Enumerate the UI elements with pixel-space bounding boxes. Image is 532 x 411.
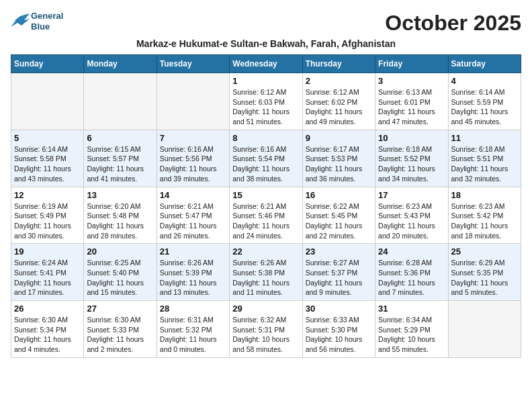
calendar-cell: 10Sunrise: 6:18 AM Sunset: 5:52 PM Dayli… xyxy=(375,130,448,187)
calendar-cell: 18Sunrise: 6:23 AM Sunset: 5:42 PM Dayli… xyxy=(448,187,521,244)
day-info: Sunrise: 6:16 AM Sunset: 5:56 PM Dayligh… xyxy=(160,144,226,184)
day-info: Sunrise: 6:22 AM Sunset: 5:45 PM Dayligh… xyxy=(306,201,372,241)
calendar-cell: 22Sunrise: 6:26 AM Sunset: 5:38 PM Dayli… xyxy=(230,244,302,301)
day-info: Sunrise: 6:32 AM Sunset: 5:31 PM Dayligh… xyxy=(232,315,299,355)
day-info: Sunrise: 6:34 AM Sunset: 5:29 PM Dayligh… xyxy=(378,315,445,355)
calendar-cell: 23Sunrise: 6:27 AM Sunset: 5:37 PM Dayli… xyxy=(302,244,375,301)
day-info: Sunrise: 6:18 AM Sunset: 5:51 PM Dayligh… xyxy=(451,144,518,184)
calendar-week-row: 12Sunrise: 6:19 AM Sunset: 5:49 PM Dayli… xyxy=(11,187,521,244)
calendar-cell: 26Sunrise: 6:30 AM Sunset: 5:34 PM Dayli… xyxy=(11,301,84,358)
column-header-tuesday: Tuesday xyxy=(157,55,229,73)
calendar-cell: 8Sunrise: 6:16 AM Sunset: 5:54 PM Daylig… xyxy=(230,130,302,187)
calendar-cell: 20Sunrise: 6:25 AM Sunset: 5:40 PM Dayli… xyxy=(84,244,157,301)
day-number: 21 xyxy=(160,246,226,257)
column-header-saturday: Saturday xyxy=(448,55,521,73)
calendar-cell xyxy=(157,73,229,130)
logo-icon xyxy=(11,13,30,30)
column-header-thursday: Thursday xyxy=(302,55,375,73)
day-info: Sunrise: 6:28 AM Sunset: 5:36 PM Dayligh… xyxy=(378,258,445,298)
day-number: 22 xyxy=(232,246,299,257)
day-info: Sunrise: 6:20 AM Sunset: 5:48 PM Dayligh… xyxy=(87,201,153,241)
day-number: 7 xyxy=(160,133,226,143)
day-info: Sunrise: 6:12 AM Sunset: 6:03 PM Dayligh… xyxy=(232,87,299,127)
day-info: Sunrise: 6:23 AM Sunset: 5:43 PM Dayligh… xyxy=(378,201,445,241)
column-header-friday: Friday xyxy=(375,55,448,73)
day-number: 27 xyxy=(87,304,153,314)
calendar-cell: 4Sunrise: 6:14 AM Sunset: 5:59 PM Daylig… xyxy=(448,73,521,130)
logo-text: General Blue xyxy=(31,11,63,32)
column-header-monday: Monday xyxy=(84,55,157,73)
calendar-cell: 3Sunrise: 6:13 AM Sunset: 6:01 PM Daylig… xyxy=(375,73,448,130)
column-header-sunday: Sunday xyxy=(11,55,84,73)
day-info: Sunrise: 6:25 AM Sunset: 5:40 PM Dayligh… xyxy=(87,258,153,298)
day-number: 11 xyxy=(451,133,518,143)
day-number: 29 xyxy=(232,304,299,314)
calendar-cell: 25Sunrise: 6:29 AM Sunset: 5:35 PM Dayli… xyxy=(448,244,521,301)
day-info: Sunrise: 6:17 AM Sunset: 5:53 PM Dayligh… xyxy=(306,144,372,184)
day-info: Sunrise: 6:16 AM Sunset: 5:54 PM Dayligh… xyxy=(232,144,299,184)
calendar-cell xyxy=(84,73,157,130)
day-number: 19 xyxy=(14,246,81,257)
day-number: 5 xyxy=(14,133,81,143)
day-info: Sunrise: 6:14 AM Sunset: 5:58 PM Dayligh… xyxy=(14,144,81,184)
day-info: Sunrise: 6:12 AM Sunset: 6:02 PM Dayligh… xyxy=(306,87,372,127)
day-number: 6 xyxy=(87,133,153,143)
calendar-cell: 9Sunrise: 6:17 AM Sunset: 5:53 PM Daylig… xyxy=(302,130,375,187)
day-info: Sunrise: 6:14 AM Sunset: 5:59 PM Dayligh… xyxy=(451,87,518,127)
calendar-cell: 24Sunrise: 6:28 AM Sunset: 5:36 PM Dayli… xyxy=(375,244,448,301)
day-info: Sunrise: 6:18 AM Sunset: 5:52 PM Dayligh… xyxy=(378,144,445,184)
calendar-cell: 11Sunrise: 6:18 AM Sunset: 5:51 PM Dayli… xyxy=(448,130,521,187)
day-number: 13 xyxy=(87,190,153,200)
calendar-week-row: 19Sunrise: 6:24 AM Sunset: 5:41 PM Dayli… xyxy=(11,244,521,301)
calendar-cell xyxy=(448,301,521,358)
logo: General Blue xyxy=(11,11,63,32)
calendar-cell: 19Sunrise: 6:24 AM Sunset: 5:41 PM Dayli… xyxy=(11,244,84,301)
day-number: 26 xyxy=(14,304,81,314)
day-number: 1 xyxy=(232,76,299,86)
calendar-cell: 30Sunrise: 6:33 AM Sunset: 5:30 PM Dayli… xyxy=(302,301,375,358)
calendar-cell: 2Sunrise: 6:12 AM Sunset: 6:02 PM Daylig… xyxy=(302,73,375,130)
calendar-cell: 13Sunrise: 6:20 AM Sunset: 5:48 PM Dayli… xyxy=(84,187,157,244)
calendar-cell: 16Sunrise: 6:22 AM Sunset: 5:45 PM Dayli… xyxy=(302,187,375,244)
day-number: 9 xyxy=(306,133,372,143)
day-number: 14 xyxy=(160,190,226,200)
calendar-week-row: 26Sunrise: 6:30 AM Sunset: 5:34 PM Dayli… xyxy=(11,301,521,358)
day-info: Sunrise: 6:24 AM Sunset: 5:41 PM Dayligh… xyxy=(14,258,81,298)
calendar-cell: 17Sunrise: 6:23 AM Sunset: 5:43 PM Dayli… xyxy=(375,187,448,244)
day-number: 17 xyxy=(378,190,445,200)
calendar-cell: 21Sunrise: 6:26 AM Sunset: 5:39 PM Dayli… xyxy=(157,244,229,301)
day-number: 30 xyxy=(306,304,372,314)
day-info: Sunrise: 6:19 AM Sunset: 5:49 PM Dayligh… xyxy=(14,201,81,241)
calendar-cell: 15Sunrise: 6:21 AM Sunset: 5:46 PM Dayli… xyxy=(230,187,302,244)
day-number: 10 xyxy=(378,133,445,143)
day-number: 23 xyxy=(306,246,372,257)
day-number: 15 xyxy=(232,190,299,200)
calendar-cell: 5Sunrise: 6:14 AM Sunset: 5:58 PM Daylig… xyxy=(11,130,84,187)
subtitle: Markaz-e Hukumat-e Sultan-e Bakwah, Fara… xyxy=(11,38,521,49)
calendar-cell: 6Sunrise: 6:15 AM Sunset: 5:57 PM Daylig… xyxy=(84,130,157,187)
month-title: October 2025 xyxy=(385,11,521,36)
svg-marker-0 xyxy=(11,13,30,27)
calendar-cell: 27Sunrise: 6:30 AM Sunset: 5:33 PM Dayli… xyxy=(84,301,157,358)
day-info: Sunrise: 6:21 AM Sunset: 5:47 PM Dayligh… xyxy=(160,201,226,241)
day-info: Sunrise: 6:26 AM Sunset: 5:39 PM Dayligh… xyxy=(160,258,226,298)
day-info: Sunrise: 6:30 AM Sunset: 5:33 PM Dayligh… xyxy=(87,315,153,355)
day-number: 28 xyxy=(160,304,226,314)
day-info: Sunrise: 6:27 AM Sunset: 5:37 PM Dayligh… xyxy=(306,258,372,298)
day-info: Sunrise: 6:29 AM Sunset: 5:35 PM Dayligh… xyxy=(451,258,518,298)
page-header: General Blue October 2025 xyxy=(11,11,521,36)
day-number: 4 xyxy=(451,76,518,86)
day-number: 3 xyxy=(378,76,445,86)
day-info: Sunrise: 6:26 AM Sunset: 5:38 PM Dayligh… xyxy=(232,258,299,298)
calendar-cell: 31Sunrise: 6:34 AM Sunset: 5:29 PM Dayli… xyxy=(375,301,448,358)
calendar-cell: 29Sunrise: 6:32 AM Sunset: 5:31 PM Dayli… xyxy=(230,301,302,358)
calendar-cell: 14Sunrise: 6:21 AM Sunset: 5:47 PM Dayli… xyxy=(157,187,229,244)
day-info: Sunrise: 6:15 AM Sunset: 5:57 PM Dayligh… xyxy=(87,144,153,184)
calendar-week-row: 1Sunrise: 6:12 AM Sunset: 6:03 PM Daylig… xyxy=(11,73,521,130)
calendar-cell: 1Sunrise: 6:12 AM Sunset: 6:03 PM Daylig… xyxy=(230,73,302,130)
day-number: 24 xyxy=(378,246,445,257)
day-number: 31 xyxy=(378,304,445,314)
title-section: October 2025 xyxy=(385,11,521,36)
day-info: Sunrise: 6:33 AM Sunset: 5:30 PM Dayligh… xyxy=(306,315,372,355)
day-number: 18 xyxy=(451,190,518,200)
